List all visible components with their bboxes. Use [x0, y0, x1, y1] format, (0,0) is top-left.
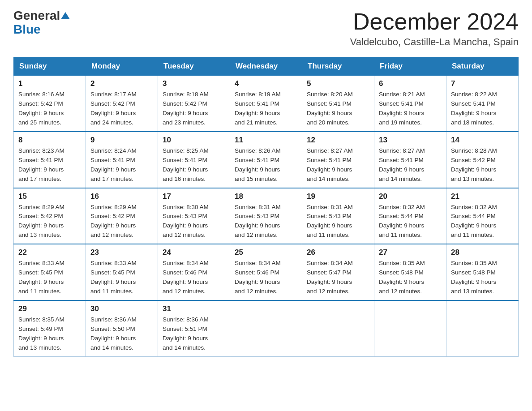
calendar-day-cell: 14Sunrise: 8:28 AMSunset: 5:42 PMDayligh… [446, 132, 519, 188]
day-info: Sunrise: 8:28 AMSunset: 5:42 PMDaylight:… [451, 146, 514, 184]
day-info: Sunrise: 8:35 AMSunset: 5:49 PMDaylight:… [18, 315, 81, 353]
logo-general-text: General [13, 9, 60, 23]
calendar-week-row: 29Sunrise: 8:35 AMSunset: 5:49 PMDayligh… [14, 300, 519, 356]
calendar-day-cell [374, 300, 446, 356]
day-number: 30 [90, 304, 153, 313]
header-wednesday: Wednesday [230, 57, 302, 76]
month-title: December 2024 [350, 9, 519, 34]
calendar-week-row: 15Sunrise: 8:29 AMSunset: 5:42 PMDayligh… [14, 188, 519, 244]
day-info: Sunrise: 8:36 AMSunset: 5:51 PMDaylight:… [163, 315, 225, 353]
calendar-day-cell: 28Sunrise: 8:35 AMSunset: 5:48 PMDayligh… [446, 244, 519, 300]
calendar-day-cell: 1Sunrise: 8:16 AMSunset: 5:42 PMDaylight… [14, 76, 86, 132]
day-info: Sunrise: 8:34 AMSunset: 5:46 PMDaylight:… [235, 259, 297, 296]
day-number: 28 [451, 248, 514, 257]
header-saturday: Saturday [446, 57, 519, 76]
header-sunday: Sunday [14, 57, 86, 76]
day-info: Sunrise: 8:27 AMSunset: 5:41 PMDaylight:… [379, 146, 442, 184]
day-info: Sunrise: 8:34 AMSunset: 5:47 PMDaylight:… [307, 259, 369, 296]
day-number: 2 [90, 79, 153, 88]
calendar-day-cell: 25Sunrise: 8:34 AMSunset: 5:46 PMDayligh… [230, 244, 302, 300]
calendar-day-cell: 3Sunrise: 8:18 AMSunset: 5:42 PMDaylight… [158, 76, 230, 132]
calendar-day-cell: 18Sunrise: 8:31 AMSunset: 5:43 PMDayligh… [230, 188, 302, 244]
day-info: Sunrise: 8:31 AMSunset: 5:43 PMDaylight:… [235, 203, 297, 240]
day-number: 31 [163, 304, 225, 313]
day-info: Sunrise: 8:22 AMSunset: 5:41 PMDaylight:… [451, 90, 514, 128]
day-number: 4 [235, 79, 297, 88]
calendar-day-cell: 12Sunrise: 8:27 AMSunset: 5:41 PMDayligh… [302, 132, 374, 188]
day-number: 11 [235, 136, 297, 145]
day-info: Sunrise: 8:23 AMSunset: 5:41 PMDaylight:… [18, 146, 81, 184]
logo: General Blue [13, 9, 70, 37]
day-info: Sunrise: 8:33 AMSunset: 5:45 PMDaylight:… [18, 259, 81, 296]
calendar-day-cell: 15Sunrise: 8:29 AMSunset: 5:42 PMDayligh… [14, 188, 86, 244]
day-info: Sunrise: 8:27 AMSunset: 5:41 PMDaylight:… [307, 146, 369, 184]
calendar-week-row: 8Sunrise: 8:23 AMSunset: 5:41 PMDaylight… [14, 132, 519, 188]
header-thursday: Thursday [302, 57, 374, 76]
day-info: Sunrise: 8:17 AMSunset: 5:42 PMDaylight:… [90, 90, 153, 128]
logo-blue-text: Blue [13, 23, 41, 37]
day-info: Sunrise: 8:26 AMSunset: 5:41 PMDaylight:… [235, 146, 297, 184]
calendar-table: Sunday Monday Tuesday Wednesday Thursday… [13, 57, 519, 356]
day-number: 19 [307, 192, 369, 201]
day-info: Sunrise: 8:16 AMSunset: 5:42 PMDaylight:… [18, 90, 81, 128]
day-info: Sunrise: 8:35 AMSunset: 5:48 PMDaylight:… [379, 259, 442, 296]
day-number: 14 [451, 136, 514, 145]
day-info: Sunrise: 8:18 AMSunset: 5:42 PMDaylight:… [163, 90, 225, 128]
day-number: 29 [18, 304, 81, 313]
calendar-day-cell [302, 300, 374, 356]
calendar-week-row: 1Sunrise: 8:16 AMSunset: 5:42 PMDaylight… [14, 76, 519, 132]
calendar-day-cell: 20Sunrise: 8:32 AMSunset: 5:44 PMDayligh… [374, 188, 446, 244]
calendar-day-cell: 6Sunrise: 8:21 AMSunset: 5:41 PMDaylight… [374, 76, 446, 132]
page-header: General Blue December 2024 Valdelcubo, C… [13, 9, 519, 48]
calendar-week-row: 22Sunrise: 8:33 AMSunset: 5:45 PMDayligh… [14, 244, 519, 300]
logo-triangle-icon [61, 12, 70, 19]
day-number: 12 [307, 136, 369, 145]
calendar-day-cell: 22Sunrise: 8:33 AMSunset: 5:45 PMDayligh… [14, 244, 86, 300]
day-info: Sunrise: 8:31 AMSunset: 5:43 PMDaylight:… [307, 203, 369, 240]
calendar-day-cell: 23Sunrise: 8:33 AMSunset: 5:45 PMDayligh… [86, 244, 158, 300]
calendar-day-cell: 5Sunrise: 8:20 AMSunset: 5:41 PMDaylight… [302, 76, 374, 132]
calendar-day-cell: 26Sunrise: 8:34 AMSunset: 5:47 PMDayligh… [302, 244, 374, 300]
day-info: Sunrise: 8:29 AMSunset: 5:42 PMDaylight:… [90, 203, 153, 240]
day-number: 8 [18, 136, 81, 145]
day-number: 9 [90, 136, 153, 145]
calendar-day-cell: 10Sunrise: 8:25 AMSunset: 5:41 PMDayligh… [158, 132, 230, 188]
day-number: 25 [235, 248, 297, 257]
day-info: Sunrise: 8:25 AMSunset: 5:41 PMDaylight:… [163, 146, 225, 184]
calendar-header-row: Sunday Monday Tuesday Wednesday Thursday… [14, 57, 519, 76]
day-number: 7 [451, 79, 514, 88]
day-info: Sunrise: 8:21 AMSunset: 5:41 PMDaylight:… [379, 90, 442, 128]
day-number: 26 [307, 248, 369, 257]
day-info: Sunrise: 8:36 AMSunset: 5:50 PMDaylight:… [90, 315, 153, 353]
header-friday: Friday [374, 57, 446, 76]
day-number: 18 [235, 192, 297, 201]
day-number: 1 [18, 79, 81, 88]
day-number: 22 [18, 248, 81, 257]
calendar-day-cell: 19Sunrise: 8:31 AMSunset: 5:43 PMDayligh… [302, 188, 374, 244]
day-info: Sunrise: 8:29 AMSunset: 5:42 PMDaylight:… [18, 203, 81, 240]
calendar-day-cell: 8Sunrise: 8:23 AMSunset: 5:41 PMDaylight… [14, 132, 86, 188]
day-number: 5 [307, 79, 369, 88]
day-number: 3 [163, 79, 225, 88]
day-number: 27 [379, 248, 442, 257]
calendar-day-cell: 16Sunrise: 8:29 AMSunset: 5:42 PMDayligh… [86, 188, 158, 244]
calendar-day-cell: 11Sunrise: 8:26 AMSunset: 5:41 PMDayligh… [230, 132, 302, 188]
day-info: Sunrise: 8:32 AMSunset: 5:44 PMDaylight:… [379, 203, 442, 240]
calendar-day-cell: 27Sunrise: 8:35 AMSunset: 5:48 PMDayligh… [374, 244, 446, 300]
day-number: 15 [18, 192, 81, 201]
day-number: 20 [379, 192, 442, 201]
day-info: Sunrise: 8:35 AMSunset: 5:48 PMDaylight:… [451, 259, 514, 296]
day-number: 6 [379, 79, 442, 88]
day-info: Sunrise: 8:33 AMSunset: 5:45 PMDaylight:… [90, 259, 153, 296]
calendar-day-cell: 9Sunrise: 8:24 AMSunset: 5:41 PMDaylight… [86, 132, 158, 188]
header-monday: Monday [86, 57, 158, 76]
day-info: Sunrise: 8:19 AMSunset: 5:41 PMDaylight:… [235, 90, 297, 128]
calendar-day-cell [230, 300, 302, 356]
day-number: 23 [90, 248, 153, 257]
calendar-day-cell: 17Sunrise: 8:30 AMSunset: 5:43 PMDayligh… [158, 188, 230, 244]
day-info: Sunrise: 8:32 AMSunset: 5:44 PMDaylight:… [451, 203, 514, 240]
day-number: 13 [379, 136, 442, 145]
day-number: 21 [451, 192, 514, 201]
day-number: 17 [163, 192, 225, 201]
calendar-day-cell: 7Sunrise: 8:22 AMSunset: 5:41 PMDaylight… [446, 76, 519, 132]
